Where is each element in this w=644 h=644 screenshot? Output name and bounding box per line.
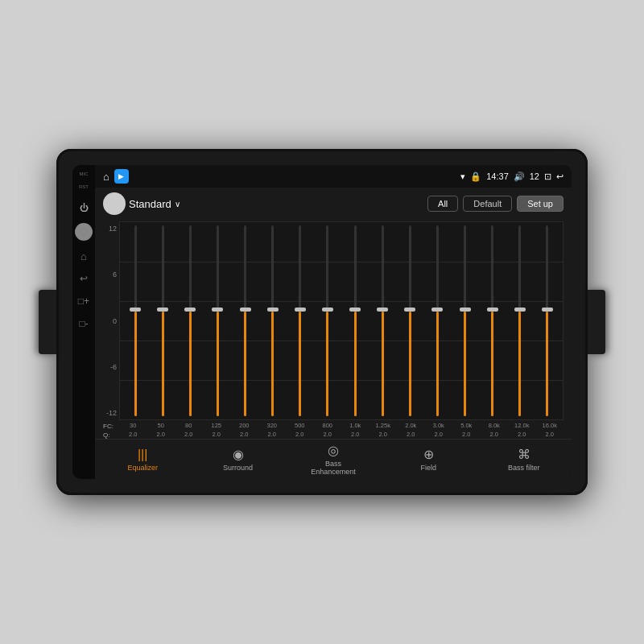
nav-field[interactable]: ⊕ Field — [400, 447, 456, 472]
field-nav-icon: ⊕ — [423, 447, 434, 462]
nav-bass-filter[interactable]: ⌘ Bass filter — [496, 447, 552, 472]
band-11[interactable] — [429, 225, 445, 416]
back-icon[interactable]: ↩ — [76, 271, 91, 286]
fc-val-4: 200 — [236, 422, 252, 430]
eq-bands-wrapper: 12 6 0 -6 -12 — [103, 221, 564, 420]
fc-val-9: 1.25k — [375, 422, 391, 430]
band-4[interactable] — [237, 225, 254, 416]
signal-icon: 🔒 — [470, 171, 481, 182]
q-val-12: 2.0 — [458, 431, 474, 439]
fc-values: 3050801252003205008001.0k1.25k2.0k3.0k5.… — [119, 422, 564, 430]
profile-selector[interactable]: Standard ∨ — [103, 192, 180, 215]
q-val-1: 2.0 — [153, 431, 169, 439]
nav-surround[interactable]: ◉ Surround — [210, 447, 266, 472]
y-label-6: 6 — [103, 270, 119, 279]
power-button[interactable]: ⏻ — [76, 200, 91, 215]
fc-row: FC: 3050801252003205008001.0k1.25k2.0k3.… — [103, 422, 564, 430]
q-values: 2.02.02.02.02.02.02.02.02.02.02.02.02.02… — [119, 431, 564, 439]
y-label-12: 12 — [103, 225, 119, 233]
fc-val-0: 30 — [125, 422, 141, 430]
fc-val-7: 800 — [320, 422, 336, 430]
band-14[interactable] — [512, 225, 528, 416]
fc-val-8: 1.0k — [347, 422, 363, 430]
eq-topbar: Standard ∨ All Default Set up — [103, 192, 564, 215]
car-headunit: MIC RST ⏻ ⌂ ↩ □+ □- ⌂ ▶ ▾ 🔒 14:37 🔊 — [56, 149, 588, 495]
q-val-0: 2.0 — [125, 431, 141, 439]
band-8[interactable] — [347, 225, 363, 416]
volume-value: 12 — [530, 171, 539, 181]
q-val-8: 2.0 — [347, 431, 363, 439]
field-nav-label: Field — [421, 464, 437, 472]
home-status-icon: ⌂ — [103, 171, 109, 183]
left-controls: MIC RST ⏻ ⌂ ↩ □+ □- — [72, 165, 95, 479]
q-row: Q: 2.02.02.02.02.02.02.02.02.02.02.02.02… — [103, 431, 564, 439]
fc-val-2: 80 — [180, 422, 196, 430]
bassfilter-nav-label: Bass filter — [508, 464, 540, 472]
home-icon[interactable]: ⌂ — [76, 249, 91, 263]
band-9[interactable] — [374, 225, 390, 416]
fc-val-5: 320 — [264, 422, 280, 430]
back-status-icon: ↩ — [556, 171, 564, 182]
setup-button[interactable]: Set up — [517, 196, 564, 212]
nav-bass-enhancement[interactable]: ◎ Bass Enhancement — [305, 443, 361, 476]
eq-nav-icon: ||| — [138, 448, 147, 462]
q-val-14: 2.0 — [514, 431, 530, 439]
q-label: Q: — [103, 431, 119, 439]
bassfilter-nav-icon: ⌘ — [518, 447, 530, 462]
app-icon: ▶ — [114, 169, 129, 184]
q-val-4: 2.0 — [236, 431, 252, 439]
profile-avatar — [103, 192, 126, 215]
mic-label: MIC — [80, 171, 89, 176]
fc-val-1: 50 — [153, 422, 169, 430]
fc-val-12: 5.0k — [458, 422, 474, 430]
band-10[interactable] — [402, 225, 418, 416]
surround-nav-label: Surround — [223, 464, 253, 472]
home-btn[interactable] — [75, 223, 93, 241]
band-2[interactable] — [182, 225, 198, 416]
band-5[interactable] — [265, 225, 281, 416]
fc-val-14: 12.0k — [514, 422, 530, 430]
eq-nav-label: Equalizer — [127, 464, 158, 472]
fc-val-11: 3.0k — [431, 422, 447, 430]
band-6[interactable] — [292, 225, 308, 416]
band-13[interactable] — [485, 225, 501, 416]
status-bar-left: ⌂ ▶ — [103, 169, 129, 184]
surround-nav-icon: ◉ — [233, 447, 244, 462]
rst-label: RST — [79, 184, 89, 189]
y-label-n6: -6 — [103, 363, 119, 371]
q-val-6: 2.0 — [291, 431, 308, 439]
sliders-container — [120, 222, 563, 419]
bottom-nav: ||| Equalizer ◉ Surround ◎ Bass Enhancem… — [95, 439, 572, 479]
status-bar: ⌂ ▶ ▾ 🔒 14:37 🔊 12 ⊡ ↩ — [95, 165, 572, 188]
q-val-13: 2.0 — [486, 431, 502, 439]
q-val-10: 2.0 — [402, 431, 419, 439]
y-axis-labels: 12 6 0 -6 -12 — [103, 221, 119, 420]
fc-val-6: 500 — [291, 422, 308, 430]
vol-up-btn[interactable]: □+ — [76, 294, 91, 308]
speaker-icon: 🔊 — [514, 171, 525, 182]
profile-dropdown-icon: ∨ — [175, 200, 180, 208]
nav-equalizer[interactable]: ||| Equalizer — [114, 448, 171, 472]
band-1[interactable] — [155, 225, 171, 416]
band-0[interactable] — [127, 225, 143, 416]
fc-val-3: 125 — [208, 422, 225, 430]
fc-label: FC: — [103, 422, 119, 430]
q-val-9: 2.0 — [375, 431, 391, 439]
y-label-0: 0 — [103, 317, 119, 325]
screen-bezel: MIC RST ⏻ ⌂ ↩ □+ □- ⌂ ▶ ▾ 🔒 14:37 🔊 — [72, 165, 572, 479]
window-icon: ⊡ — [544, 171, 551, 182]
q-val-5: 2.0 — [264, 431, 280, 439]
status-bar-right: ▾ 🔒 14:37 🔊 12 ⊡ ↩ — [460, 171, 564, 182]
eq-buttons: All Default Set up — [427, 196, 564, 212]
bass-nav-label: Bass Enhancement — [311, 460, 356, 476]
band-12[interactable] — [457, 225, 473, 416]
q-val-7: 2.0 — [320, 431, 336, 439]
band-3[interactable] — [209, 225, 225, 416]
q-val-2: 2.0 — [180, 431, 196, 439]
default-button[interactable]: Default — [463, 196, 512, 212]
q-val-11: 2.0 — [431, 431, 447, 439]
band-15[interactable] — [539, 225, 555, 416]
band-7[interactable] — [320, 225, 336, 416]
vol-down-btn[interactable]: □- — [76, 316, 91, 331]
all-button[interactable]: All — [427, 196, 458, 212]
